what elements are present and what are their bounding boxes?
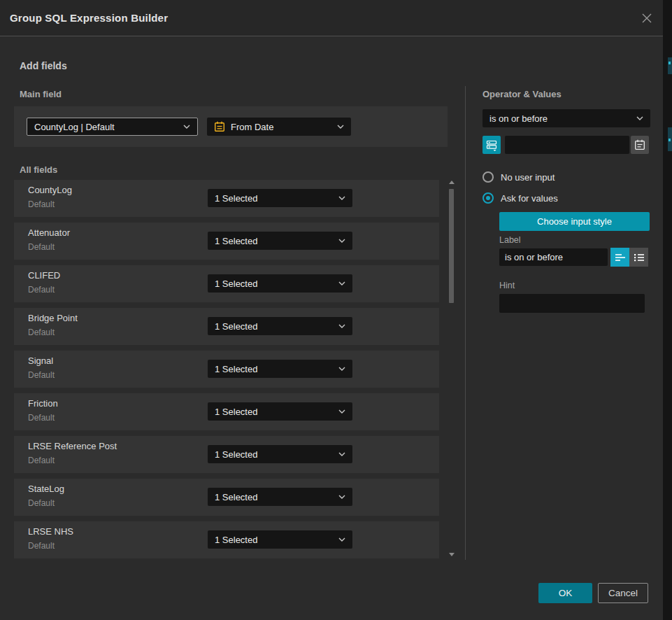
operator-value: is on or before <box>489 113 631 124</box>
radio-ask-for-values[interactable]: Ask for values <box>482 192 558 204</box>
ok-button[interactable]: OK <box>538 583 592 603</box>
chevron-down-icon <box>636 116 643 120</box>
calendar-icon <box>214 121 225 132</box>
field-row: CLIFED Default 1 Selected <box>14 265 439 302</box>
radio-circle-unselected <box>482 171 494 183</box>
field-selection-select[interactable]: 1 Selected <box>208 317 352 335</box>
chevron-down-icon <box>338 537 345 542</box>
field-name: Attenuator <box>28 227 70 238</box>
field-selection-value: 1 Selected <box>215 449 333 460</box>
field-selection-select[interactable]: 1 Selected <box>208 402 352 421</box>
label-input[interactable] <box>499 248 608 266</box>
add-fields-heading: Add fields <box>20 60 67 71</box>
field-type: Default <box>28 370 55 380</box>
bulleted-list-icon <box>634 253 645 262</box>
list-input-toggle[interactable] <box>629 248 648 267</box>
chevron-down-icon <box>338 324 345 328</box>
field-type: Default <box>28 285 55 295</box>
radio-label: Ask for values <box>501 193 558 204</box>
align-left-icon <box>615 253 626 262</box>
section-divider <box>465 86 466 560</box>
field-row: Friction Default 1 Selected <box>14 393 439 430</box>
all-fields-heading: All fields <box>20 164 57 175</box>
single-line-input-toggle[interactable] <box>610 248 629 267</box>
scrollbar-thumb[interactable] <box>449 189 454 303</box>
unique-values-button[interactable] <box>482 136 501 154</box>
field-selection-value: 1 Selected <box>215 236 333 246</box>
field-name: Friction <box>28 398 58 409</box>
operator-select[interactable]: is on or before <box>482 109 650 127</box>
page-title: Group SQL Expression Builder <box>10 12 168 24</box>
field-row: Attenuator Default 1 Selected <box>14 223 439 260</box>
chevron-down-icon <box>338 367 345 371</box>
field-row: StateLog Default 1 Selected <box>14 479 439 516</box>
field-name: Bridge Point <box>28 313 78 323</box>
close-button[interactable] <box>635 6 659 30</box>
field-type: Default <box>28 413 55 423</box>
chevron-down-icon <box>338 281 345 286</box>
title-bar: Group SQL Expression Builder <box>0 0 663 36</box>
unique-values-icon <box>486 139 498 151</box>
screen: Group SQL Expression Builder Add fields … <box>0 0 672 620</box>
calendar-picker-button[interactable] <box>631 136 649 154</box>
field-selection-select[interactable]: 1 Selected <box>208 232 352 250</box>
chevron-down-icon <box>338 495 345 499</box>
field-row: LRSE Reference Post Default 1 Selected <box>14 436 439 473</box>
field-name: StateLog <box>28 484 64 494</box>
background-fragment <box>669 62 671 64</box>
label-caption: Label <box>499 235 521 245</box>
field-row: CountyLog Default 1 Selected <box>14 180 439 217</box>
field-selection-select[interactable]: 1 Selected <box>208 274 352 293</box>
field-type: Default <box>28 541 55 551</box>
field-selection-select[interactable]: 1 Selected <box>208 530 352 549</box>
chevron-down-icon <box>337 125 344 129</box>
field-type: Default <box>28 498 55 508</box>
field-type: Default <box>28 327 55 337</box>
operator-values-heading: Operator & Values <box>482 89 562 99</box>
field-row: Bridge Point Default 1 Selected <box>14 308 439 345</box>
field-type: Default <box>28 199 55 209</box>
field-selection-value: 1 Selected <box>215 407 333 417</box>
main-field-date-select[interactable]: From Date <box>207 118 351 136</box>
field-selection-value: 1 Selected <box>215 279 333 289</box>
field-type: Default <box>28 242 55 252</box>
field-selection-select[interactable]: 1 Selected <box>208 488 352 506</box>
chevron-down-icon <box>338 239 345 243</box>
field-row: LRSE NHS Default 1 Selected <box>14 521 439 558</box>
radio-circle-selected <box>482 192 494 204</box>
main-field-source-select[interactable]: CountyLog | Default <box>27 118 198 136</box>
choose-input-style-button[interactable]: Choose input style <box>499 212 650 231</box>
background-fragment <box>669 139 671 141</box>
field-name: LRSE Reference Post <box>28 441 117 451</box>
field-type: Default <box>28 456 55 465</box>
field-selection-value: 1 Selected <box>215 321 333 332</box>
field-selection-select[interactable]: 1 Selected <box>208 189 352 207</box>
radio-no-user-input[interactable]: No user input <box>482 171 555 183</box>
group-sql-expression-builder-dialog: Group SQL Expression Builder Add fields … <box>0 0 663 620</box>
field-selection-value: 1 Selected <box>215 193 333 204</box>
chevron-down-icon <box>338 452 345 456</box>
background-fragment <box>668 57 672 74</box>
value-input[interactable] <box>505 136 629 154</box>
main-field-source-value: CountyLog | Default <box>34 122 178 132</box>
scrollbar-up-arrow[interactable] <box>449 181 455 184</box>
scrollbar-down-arrow[interactable] <box>449 553 455 556</box>
close-icon <box>641 12 653 24</box>
cancel-button[interactable]: Cancel <box>598 583 648 603</box>
field-selection-select[interactable]: 1 Selected <box>208 445 352 463</box>
background-strip <box>663 0 672 620</box>
radio-label: No user input <box>501 172 555 183</box>
calendar-icon <box>634 139 645 150</box>
field-selection-value: 1 Selected <box>215 492 333 502</box>
hint-input[interactable] <box>499 294 645 313</box>
field-name: Signal <box>28 355 53 366</box>
field-selection-select[interactable]: 1 Selected <box>208 360 352 378</box>
field-row: Signal Default 1 Selected <box>14 351 439 388</box>
chevron-down-icon <box>183 125 190 129</box>
hint-caption: Hint <box>499 281 515 290</box>
chevron-down-icon <box>338 409 345 414</box>
field-name: CLIFED <box>28 270 60 281</box>
field-selection-value: 1 Selected <box>215 364 333 374</box>
field-name: CountyLog <box>28 185 72 195</box>
field-selection-value: 1 Selected <box>215 535 333 545</box>
